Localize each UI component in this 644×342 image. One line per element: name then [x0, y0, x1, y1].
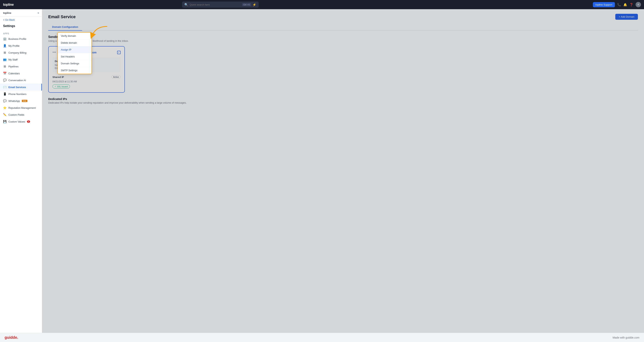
- sidebar-item-label: Pipelines: [8, 65, 18, 68]
- sidebar-item-label: WhatsApp: [8, 100, 20, 102]
- search-bar[interactable]: 🔍 Ctrl + K ⚡: [182, 2, 259, 8]
- dropdown-delete-domain[interactable]: Delete domain: [58, 40, 92, 46]
- sidebar-item-label: Custom Values: [8, 120, 25, 123]
- sidebar-item-label: Calendars: [8, 72, 20, 75]
- dropdown-smtp-settings[interactable]: SMTP Settings: [58, 67, 92, 74]
- conversation-ai-icon: 💬: [3, 78, 6, 82]
- sidebar-item-label: Phone Numbers: [8, 93, 26, 96]
- custom-values-count: 6: [27, 120, 30, 123]
- lightning-icon: ⚡: [252, 3, 256, 6]
- settings-heading: Settings: [0, 23, 42, 30]
- sidebar-item-reputation-management[interactable]: ⭐ Reputation Management: [0, 104, 42, 111]
- sidebar-item-label: Company Billing: [8, 51, 26, 54]
- main-layout: topline ▾ < Go Back Settings Apps 🏢 Busi…: [0, 9, 644, 333]
- reputation-icon: ⭐: [3, 106, 6, 110]
- sidebar-top: topline ▾: [0, 9, 42, 17]
- sidebar-item-label: Conversation AI: [8, 79, 26, 82]
- navbar: topline 🔍 Ctrl + K ⚡ topline Support 📞 🔔…: [0, 0, 644, 9]
- sidebar-item-conversation-ai[interactable]: 💬 Conversation AI: [0, 77, 42, 84]
- sidebar-item-label: Custom Fields: [8, 113, 24, 116]
- navbar-right: topline Support 📞 🔔 ❓ A: [593, 2, 641, 7]
- footer-made-with: Made with guidde.com: [612, 336, 640, 339]
- sidebar-item-label: My Staff: [8, 58, 18, 61]
- my-staff-icon: 👥: [3, 58, 6, 61]
- context-dropdown: Verify domain Delete domain Assign IP Se…: [58, 32, 92, 74]
- apps-label: Apps: [0, 30, 42, 36]
- pipelines-icon: ⊞: [3, 65, 6, 68]
- custom-values-icon: 💾: [3, 120, 6, 123]
- sidebar-item-label: Email Services: [8, 86, 26, 89]
- footer: guidde. Made with guidde.com: [0, 333, 644, 342]
- sidebar-item-whatsapp[interactable]: 💬 WhatsApp beta: [0, 98, 42, 104]
- sidebar-item-custom-fields[interactable]: ✏️ Custom Fields: [0, 111, 42, 118]
- search-icon: 🔍: [184, 3, 188, 6]
- sidebar: topline ▾ < Go Back Settings Apps 🏢 Busi…: [0, 9, 42, 333]
- sidebar-item-business-profile[interactable]: 🏢 Business Profile: [0, 36, 42, 42]
- sidebar-item-phone-numbers[interactable]: 📱 Phone Numbers: [0, 90, 42, 98]
- business-profile-icon: 🏢: [3, 37, 6, 40]
- dropdown-set-headers[interactable]: Set Headers: [58, 53, 92, 60]
- my-profile-icon: 👤: [3, 44, 6, 48]
- sidebar-item-email-services[interactable]: ✉️ Email Services: [0, 84, 42, 90]
- sidebar-item-company-billing[interactable]: ⊞ Company Billing: [0, 49, 42, 56]
- calendars-icon: 📅: [3, 72, 6, 75]
- beta-badge: beta: [22, 100, 28, 102]
- workspace-name: topline: [3, 12, 36, 14]
- sidebar-item-my-staff[interactable]: 👥 My Staff: [0, 56, 42, 63]
- custom-fields-icon: ✏️: [3, 113, 6, 116]
- sidebar-item-my-profile[interactable]: 👤 My Profile: [0, 42, 42, 49]
- search-shortcut: Ctrl + K: [242, 3, 251, 6]
- dropdown-verify-domain[interactable]: Verify domain: [58, 32, 92, 40]
- whatsapp-icon: 💬: [3, 99, 6, 103]
- footer-brand: guidde.: [4, 335, 18, 340]
- email-services-icon: ✉️: [3, 86, 6, 89]
- sidebar-item-pipelines[interactable]: ⊞ Pipelines: [0, 63, 42, 70]
- phone-numbers-icon: 📱: [3, 92, 6, 96]
- sidebar-item-calendars[interactable]: 📅 Calendars: [0, 70, 42, 77]
- phone-icon[interactable]: 📞: [617, 3, 621, 6]
- sidebar-item-label: Business Profile: [8, 38, 26, 40]
- go-back-link[interactable]: < Go Back: [0, 17, 42, 23]
- support-button[interactable]: topline Support: [593, 2, 615, 7]
- content-area: Verify domain Delete domain Assign IP Se…: [42, 9, 644, 333]
- avatar[interactable]: A: [636, 2, 641, 7]
- brand-logo: topline: [3, 3, 14, 7]
- search-input[interactable]: [190, 3, 241, 6]
- help-icon[interactable]: ❓: [630, 3, 633, 6]
- sidebar-item-label: Reputation Management: [8, 106, 36, 109]
- bell-icon[interactable]: 🔔: [623, 3, 627, 6]
- workspace-chevron[interactable]: ▾: [38, 12, 39, 14]
- company-billing-icon: ⊞: [3, 51, 6, 54]
- dropdown-domain-settings[interactable]: Domain Settings: [58, 60, 92, 67]
- sidebar-item-label: My Profile: [8, 44, 20, 47]
- dropdown-assign-ip[interactable]: Assign IP: [58, 46, 92, 53]
- sidebar-item-custom-values[interactable]: 💾 Custom Values 6: [0, 118, 42, 125]
- overlay: [42, 9, 644, 333]
